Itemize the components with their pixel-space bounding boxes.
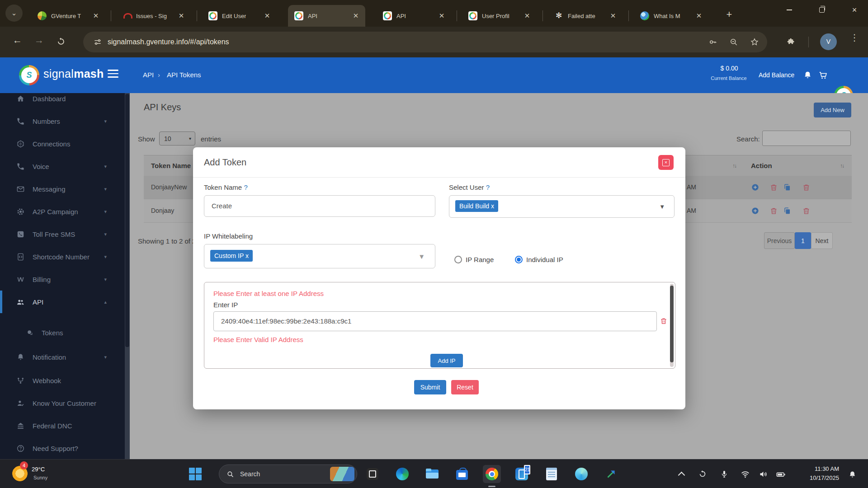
copy-icon[interactable] [783, 206, 792, 215]
chip-remove-icon[interactable]: x [491, 202, 494, 210]
bookmark-star-icon[interactable] [750, 38, 759, 47]
wifi-icon[interactable] [741, 469, 750, 479]
tab-close-icon[interactable]: ✕ [438, 12, 446, 20]
delete-icon[interactable] [769, 183, 778, 192]
column-header-token-name[interactable]: Token Name [151, 162, 191, 169]
sort-icon[interactable]: ↑↓ [840, 163, 844, 169]
site-settings-icon[interactable] [93, 38, 102, 47]
tab-close-icon[interactable]: ✕ [177, 12, 185, 20]
browser-tab[interactable]: API ✕ [377, 5, 451, 27]
ip-whitelabeling-dropdown[interactable]: Custom IP x ▼ [204, 244, 435, 268]
tab-close-icon[interactable]: ✕ [263, 12, 271, 20]
copy-icon[interactable] [783, 183, 792, 192]
browser-tab[interactable]: GVenture T ✕ [31, 5, 105, 27]
select-user-dropdown[interactable]: Build Build x ▼ [449, 195, 675, 218]
ip-range-radio[interactable] [454, 256, 462, 263]
submit-button[interactable]: Submit [414, 380, 446, 394]
taskbar-app-photos[interactable] [363, 465, 382, 483]
reload-icon[interactable] [56, 37, 66, 47]
help-icon[interactable]: ? [244, 183, 247, 191]
taskbar-app-phone-link[interactable]: 21 [513, 465, 531, 483]
sidebar-item-connections[interactable]: Connections [0, 134, 125, 154]
selected-user-chip[interactable]: Build Build x [455, 200, 498, 212]
sidebar-item-federal-dnc[interactable]: Federal DNC [0, 416, 125, 436]
individual-ip-radio[interactable] [515, 256, 523, 263]
cart-icon[interactable] [818, 70, 828, 80]
ip-range-radio-label[interactable]: IP Range [466, 256, 494, 263]
individual-ip-radio-label[interactable]: Individual IP [526, 256, 563, 263]
tab-search-button[interactable]: ⌄ [5, 5, 23, 22]
tab-close-icon[interactable]: ✕ [352, 12, 360, 20]
taskbar-app-share[interactable] [602, 465, 620, 483]
url-text[interactable]: signalmash.gventure.info/#/api/tokens [108, 32, 229, 52]
taskbar-app-edge[interactable] [393, 465, 411, 483]
column-header-action[interactable]: Action [751, 162, 772, 169]
browser-tab[interactable]: ✻ Failed atte ✕ [548, 5, 623, 27]
add-balance-button[interactable]: Add Balance [759, 71, 794, 79]
weather-temperature[interactable]: 29°C [32, 466, 45, 473]
browser-tab[interactable]: Issues - Sig ✕ [116, 5, 191, 27]
back-icon[interactable]: ← [13, 35, 22, 46]
zoom-out-icon[interactable] [729, 38, 738, 47]
taskbar-app-notepad[interactable] [542, 465, 561, 483]
hamburger-menu-icon[interactable] [108, 70, 118, 80]
sidebar-item-shortcode-number[interactable]: Shortcode Number ▾ [0, 247, 125, 267]
window-restore-button[interactable] [811, 0, 833, 20]
pagination-next-button[interactable]: Next [811, 232, 833, 249]
taskbar-app-file-explorer[interactable] [423, 465, 441, 483]
sidebar-item-notification[interactable]: Notification ▾ [0, 347, 125, 367]
ip-address-input[interactable]: 2409:40e4:11ef:98ec:99be:2e43:188a:c9c1 [213, 311, 657, 331]
token-name-input[interactable]: Create [204, 195, 435, 217]
taskbar-search[interactable]: Search [219, 465, 357, 483]
sidebar-item-voice[interactable]: Voice ▾ [0, 156, 125, 176]
sidebar-item-api[interactable]: API ▴ [0, 292, 125, 312]
update-icon[interactable] [698, 469, 707, 479]
sidebar-item-dashboard[interactable]: Dashboard [0, 93, 125, 108]
sidebar-item-messaging[interactable]: Messaging ▾ [0, 179, 125, 199]
sidebar-item-need-support[interactable]: Need Support? [0, 438, 125, 458]
reset-button[interactable]: Reset [451, 380, 479, 394]
tab-close-icon[interactable]: ✕ [92, 12, 100, 20]
chip-remove-icon[interactable]: x [245, 252, 249, 259]
pagination-previous-button[interactable]: Previous [764, 232, 795, 249]
pagination-page-button[interactable]: 1 [795, 232, 811, 249]
password-key-icon[interactable] [708, 38, 717, 47]
scrollbar-thumb[interactable] [125, 94, 129, 347]
window-close-button[interactable]: × [844, 0, 865, 20]
browser-tab[interactable]: User Profil ✕ [462, 5, 537, 27]
notification-bell-icon[interactable] [803, 70, 812, 80]
taskbar-app-store[interactable] [453, 465, 471, 483]
browser-tab[interactable]: Edit User ✕ [202, 5, 277, 27]
sidebar-item-toll-free-sms[interactable]: Toll Free SMS ▾ [0, 224, 125, 244]
help-icon[interactable]: ? [486, 183, 490, 191]
delete-icon[interactable] [802, 206, 811, 215]
taskbar-app-edge-beta[interactable] [572, 465, 590, 483]
battery-icon[interactable] [776, 469, 786, 479]
taskbar-clock[interactable]: 11:30 AM 10/17/2025 [794, 465, 839, 483]
tray-overflow-chevron-icon[interactable] [679, 471, 684, 479]
modal-close-button[interactable]: × [658, 155, 674, 170]
new-tab-button[interactable]: + [722, 7, 737, 23]
address-bar[interactable]: signalmash.gventure.info/#/api/tokens [83, 32, 767, 52]
table-search-input[interactable] [762, 131, 851, 146]
breadcrumb-root[interactable]: API [143, 71, 154, 79]
sidebar-item-webhook[interactable]: Webhook [0, 371, 125, 390]
tab-close-icon[interactable]: ✕ [523, 12, 531, 20]
start-button[interactable] [189, 468, 202, 480]
sidebar-item-a2p-campaign[interactable]: A2P Campaign ▾ [0, 202, 125, 221]
sidebar-item-billing[interactable]: Billing ▾ [0, 269, 125, 289]
weather-condition[interactable]: Sunny [33, 475, 47, 480]
ip-type-chip[interactable]: Custom IP x [210, 250, 253, 262]
browser-menu-icon[interactable]: ⋮ [850, 32, 859, 43]
delete-icon[interactable] [802, 183, 811, 192]
panel-scrollbar[interactable] [670, 284, 674, 367]
browser-tab-active[interactable]: API ✕ [288, 5, 365, 27]
search-highlight-image[interactable] [330, 467, 354, 481]
sidebar-item-know-your-customer[interactable]: Know Your Customer [0, 393, 125, 413]
add-ip-button[interactable]: Add IP [430, 354, 463, 367]
sidebar-item-numbers[interactable]: Numbers ▾ [0, 111, 125, 131]
browser-tab[interactable]: What Is M ✕ [634, 5, 708, 27]
add-icon[interactable] [751, 206, 760, 215]
remove-ip-trash-icon[interactable] [660, 317, 668, 325]
extensions-puzzle-icon[interactable] [787, 38, 796, 47]
